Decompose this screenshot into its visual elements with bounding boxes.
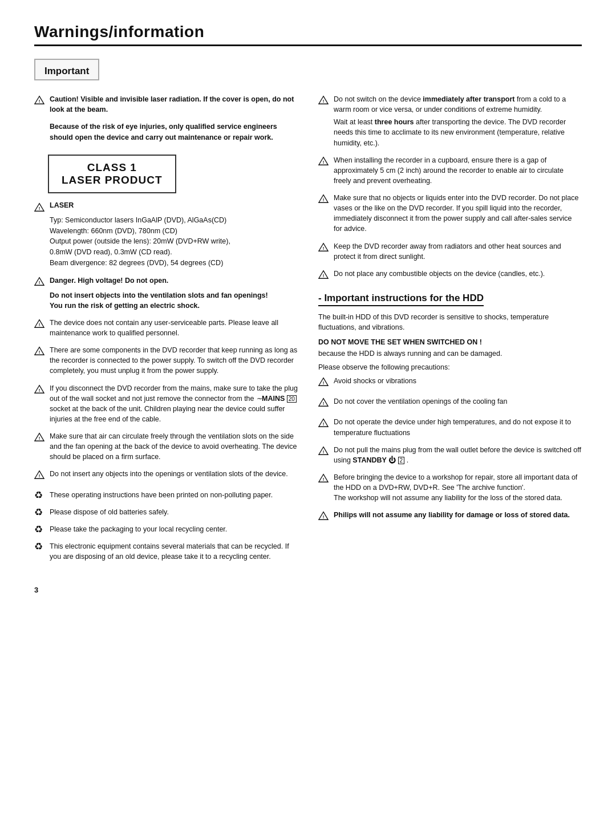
recycle-equipment: ♻ This electronic equipment contains sev…: [34, 541, 298, 562]
page-number: 3: [34, 586, 582, 594]
hdd-precaution-text-2: Do not cover the ventilation openings of…: [334, 396, 582, 407]
caution-laser-body: Because of the risk of eye injuries, onl…: [50, 121, 298, 143]
warning-text-3: If you disconnect the DVD recorder from …: [50, 383, 298, 425]
important-heading: Important: [44, 66, 89, 77]
hdd-title: - Important instructions for the HDD: [318, 293, 484, 306]
svg-text:!: !: [323, 246, 325, 251]
danger-highvoltage: ! Danger. High voltage! Do not open. Do …: [34, 275, 298, 311]
recycle-text-1: These operating instructions have been p…: [50, 490, 298, 500]
svg-text:!: !: [39, 388, 40, 393]
warning-icon-r1: !: [318, 95, 331, 108]
warning-transport: ! Do not switch on the device immediatel…: [318, 94, 582, 148]
laser-spec-2: Wavelength: 660nm (DVD), 780nm (CD): [50, 226, 298, 237]
svg-text:!: !: [39, 474, 40, 479]
hdd-precaution-text-1: Avoid shocks or vibrations: [334, 376, 582, 386]
svg-text:!: !: [323, 273, 325, 278]
warning-icon-r2: !: [318, 156, 331, 169]
laser-class-text: CLASS 1: [62, 161, 163, 174]
svg-text:!: !: [323, 99, 325, 104]
hdd-precaution-ventilation: ! Do not cover the ventilation openings …: [318, 396, 582, 410]
hdd-precaution-shocks: ! Avoid shocks or vibrations: [318, 376, 582, 389]
recycle-text-4: This electronic equipment contains sever…: [50, 541, 298, 562]
warning-mains-disconnect: ! If you disconnect the DVD recorder fro…: [34, 383, 298, 425]
warning-combustible: ! Do not place any combustible objects o…: [318, 269, 582, 282]
recycle-batteries: ♻ Please dispose of old batteries safely…: [34, 507, 298, 517]
laser-spec-4: 0.8mW (DVD read), 0.3mW (CD read).: [50, 247, 298, 258]
warning-icon-2: !: [34, 346, 47, 359]
warning-icon-hdd3: !: [318, 417, 331, 431]
svg-text:!: !: [39, 280, 40, 285]
warning-components-running: ! There are some components in the DVD r…: [34, 345, 298, 376]
svg-text:!: !: [323, 197, 325, 202]
recycle-packaging: ♻ Please take the packaging to your loca…: [34, 524, 298, 534]
warning-text-r2: When installing the recorder in a cupboa…: [334, 155, 582, 186]
laser-warning-icon: !: [34, 202, 47, 214]
danger-bold-body: Do not insert objects into the ventilati…: [50, 291, 268, 299]
hdd-precaution-text-4: Do not pull the mains plug from the wall…: [334, 445, 582, 465]
warning-text-5: Do not insert any objects into the openi…: [50, 469, 298, 479]
laser-spec-3: Output power (outside the lens): 20mW (D…: [50, 236, 298, 247]
hdd-precaution-temperature: ! Do not operate the device under high t…: [318, 417, 582, 437]
danger-header-text: Danger. High voltage! Do not open.: [50, 275, 168, 286]
svg-text:!: !: [39, 322, 40, 327]
warning-text-1: The device does not contain any user-ser…: [50, 318, 298, 338]
hdd-precautions-label: Please observe the following precautions…: [318, 363, 582, 371]
recycle-text-3: Please take the packaging to your local …: [50, 524, 298, 534]
hdd-precaution-text-6: Philips will not assume any liability fo…: [334, 510, 582, 520]
svg-text:!: !: [323, 422, 325, 427]
recycle-paper: ♻ These operating instructions have been…: [34, 490, 298, 500]
main-content: ! Caution! Visible and invisible laser r…: [34, 92, 582, 569]
warning-icon-r5: !: [318, 269, 331, 282]
svg-text:!: !: [39, 206, 40, 211]
svg-text:!: !: [323, 449, 325, 455]
hdd-bold-warning: DO NOT MOVE THE SET WHEN SWITCHED ON !: [318, 338, 582, 346]
svg-text:!: !: [39, 99, 40, 104]
warning-icon-hdd6: !: [318, 510, 331, 524]
warning-icon-hdd2: !: [318, 397, 331, 410]
recycle-icon-1: ♻: [34, 490, 47, 500]
title-divider: [34, 44, 582, 46]
laser-product-box: CLASS 1 LASER PRODUCT: [48, 155, 176, 193]
warning-icon-1: !: [34, 318, 47, 331]
recycle-icon-2: ♻: [34, 508, 47, 517]
recycle-icon-4: ♻: [34, 542, 47, 551]
warning-icon-5: !: [34, 469, 47, 482]
warning-triangle-icon: !: [34, 95, 47, 108]
warning-icon-r4: !: [318, 242, 331, 255]
hdd-precaution-philips-liability: ! Philips will not assume any liability …: [318, 510, 582, 524]
warning-heat: ! Keep the DVD recorder away from radiat…: [318, 241, 582, 262]
danger-extra-bold: You run the risk of getting an electric …: [50, 302, 200, 310]
danger-warning-icon: !: [34, 276, 47, 289]
warning-icon-4: !: [34, 432, 47, 445]
svg-text:!: !: [323, 477, 325, 482]
laser-header: ! LASER: [34, 201, 298, 214]
hdd-precaution-workshop: ! Before bringing the device to a worksh…: [318, 472, 582, 503]
warning-icon-hdd5: !: [318, 473, 331, 486]
warning-liquids: ! Make sure that no objects or liquids e…: [318, 193, 582, 234]
warning-cupboard: ! When installing the recorder in a cupb…: [318, 155, 582, 186]
important-heading-box: Important: [34, 59, 99, 80]
laser-spec-1: Typ: Semiconductor lasers InGaAlP (DVD),…: [50, 215, 298, 226]
laser-spec-details: Typ: Semiconductor lasers InGaAlP (DVD),…: [50, 215, 298, 269]
svg-text:!: !: [323, 381, 325, 386]
laser-product-text: LASER PRODUCT: [62, 174, 163, 186]
svg-text:!: !: [323, 515, 325, 520]
warning-text-4: Make sure that air can circulate freely …: [50, 431, 298, 462]
warning-icon-3: !: [34, 384, 47, 397]
hdd-precaution-text-5: Before bringing the device to a workshop…: [334, 472, 582, 503]
caution-laser-text: Caution! Visible and invisible laser rad…: [50, 94, 298, 115]
warning-no-serviceable-parts: ! The device does not contain any user-s…: [34, 318, 298, 338]
svg-text:!: !: [39, 350, 40, 355]
danger-header: ! Danger. High voltage! Do not open.: [34, 275, 298, 289]
recycle-icon-3: ♻: [34, 525, 47, 534]
warning-air-circulation: ! Make sure that air can circulate freel…: [34, 431, 298, 462]
page-title: Warnings/information: [34, 23, 582, 41]
hdd-section: - Important instructions for the HDD The…: [318, 293, 582, 524]
right-column: ! Do not switch on the device immediatel…: [318, 92, 582, 569]
warning-icon-hdd4: !: [318, 445, 331, 458]
svg-text:!: !: [39, 436, 40, 441]
danger-body: Do not insert objects into the ventilati…: [50, 290, 298, 311]
laser-header-text: LASER: [50, 201, 74, 209]
hdd-sub-text: because the HDD is always running and ca…: [318, 350, 582, 358]
warning-no-objects: ! Do not insert any objects into the ope…: [34, 469, 298, 482]
